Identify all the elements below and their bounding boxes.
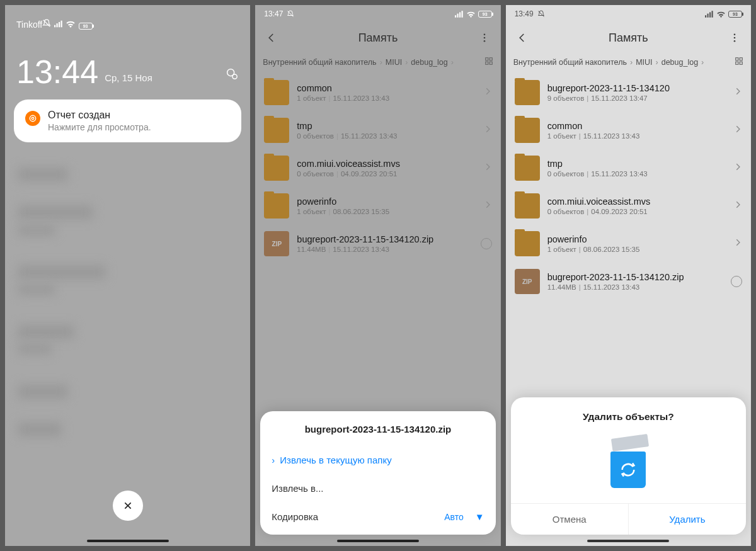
notification-body: Нажмите для просмотра. (48, 122, 151, 132)
file-row[interactable]: bugreport-2023-11-15-1341209 объектов|15… (506, 74, 751, 111)
more-button[interactable] (472, 32, 497, 43)
breadcrumb-item[interactable]: MIUI (636, 58, 652, 67)
view-grid-icon[interactable] (735, 57, 743, 67)
chevron-right-icon (733, 238, 742, 249)
file-row[interactable]: powerinfo1 объект|08.06.2023 15:35 (506, 225, 751, 263)
breadcrumb-item[interactable]: debug_log (411, 58, 447, 67)
back-button[interactable] (259, 32, 284, 43)
file-row[interactable]: com.miui.voiceassist.mvs0 объектов|04.09… (255, 149, 500, 187)
file-meta: 1 объект|15.11.2023 13:43 (547, 132, 726, 140)
carrier-label: Tinkoff (16, 20, 42, 30)
folder-icon (515, 156, 540, 181)
svg-rect-3 (59, 22, 60, 27)
svg-rect-25 (707, 13, 708, 17)
breadcrumb[interactable]: Внутренний общий накопитель › MIUI › deb… (506, 53, 751, 74)
file-row[interactable]: tmp0 объектов|15.11.2023 13:43 (506, 149, 751, 187)
chevron-right-icon: › (451, 58, 454, 67)
folder-icon (515, 231, 540, 256)
svg-rect-19 (485, 58, 488, 60)
chevron-right-icon (733, 162, 742, 174)
file-name: com.miui.voiceassist.mvs (547, 196, 726, 207)
svg-point-28 (734, 33, 736, 35)
chevron-right-icon (483, 125, 492, 136)
file-meta: 9 объектов|15.11.2023 13:47 (547, 94, 726, 102)
file-row[interactable]: common1 объект|15.11.2023 13:43 (255, 74, 500, 111)
file-name: common (547, 121, 726, 131)
svg-point-8 (32, 117, 34, 120)
file-name: bugreport-2023-11-15-134120.zip (547, 272, 723, 282)
chevron-right-icon (733, 87, 742, 98)
file-name: powerinfo (547, 234, 726, 244)
encoding-label: Кодировка (272, 511, 318, 522)
signal-icon (455, 11, 464, 18)
file-meta: 0 объектов|15.11.2023 13:43 (297, 132, 475, 140)
battery-icon: 93 (79, 23, 93, 30)
chevron-right-icon: › (701, 58, 704, 67)
svg-point-16 (483, 33, 485, 35)
file-name: com.miui.voiceassist.mvs (297, 159, 475, 169)
chevron-right-icon: › (272, 455, 275, 465)
breadcrumb-item[interactable]: MIUI (386, 58, 402, 67)
dnd-icon (42, 19, 51, 28)
file-meta: 0 объектов|04.09.2023 20:51 (547, 208, 726, 215)
file-row[interactable]: ZIPbugreport-2023-11-15-134120.zip11.44M… (255, 225, 500, 263)
settings-small-icon[interactable] (225, 67, 239, 83)
cancel-button[interactable]: Отмена (511, 504, 629, 535)
page-title: Память (535, 31, 722, 45)
delete-confirm-button[interactable]: Удалить (629, 504, 746, 535)
svg-rect-22 (490, 62, 492, 64)
dropdown-icon: ▼ (475, 511, 484, 522)
file-meta: 0 объектов|15.11.2023 13:43 (547, 170, 726, 178)
file-meta: 1 объект|08.06.2023 15:35 (297, 208, 475, 215)
notification-card[interactable]: Отчет создан Нажмите для просмотра. (14, 99, 241, 142)
wifi-icon (716, 11, 726, 18)
file-name: bugreport-2023-11-15-134120 (547, 83, 726, 93)
folder-icon (264, 193, 289, 219)
breadcrumb-item[interactable]: Внутренний общий накопитель (513, 58, 627, 67)
svg-rect-26 (709, 12, 711, 17)
view-grid-icon[interactable] (484, 57, 493, 67)
svg-rect-21 (485, 62, 488, 64)
chevron-right-icon (483, 87, 492, 98)
select-radio[interactable] (731, 276, 742, 287)
home-indicator[interactable] (587, 540, 669, 542)
delete-title: Удалить объекты? (511, 411, 746, 423)
file-manager-delete-panel: 13:49 93 Память Внутренний общий накопит… (506, 5, 751, 546)
more-button[interactable] (722, 32, 747, 43)
extract-here-button[interactable]: › Извлечь в текущую папку (260, 446, 495, 474)
back-button[interactable] (510, 32, 535, 43)
svg-rect-14 (459, 12, 461, 17)
chevron-right-icon (483, 200, 492, 212)
home-indicator[interactable] (337, 540, 419, 542)
svg-rect-13 (457, 13, 458, 17)
svg-rect-24 (705, 15, 706, 18)
lockscreen-panel: Tinkoff 93 13:44 Ср, 15 Ноя Отчет создан… (5, 5, 250, 546)
file-row[interactable]: tmp0 объектов|15.11.2023 13:43 (255, 111, 500, 149)
file-row[interactable]: ZIPbugreport-2023-11-15-134120.zip11.44M… (506, 263, 751, 300)
breadcrumb-item[interactable]: debug_log (662, 58, 698, 67)
file-row[interactable]: common1 объект|15.11.2023 13:43 (506, 111, 751, 149)
notification-app-icon (25, 111, 40, 126)
file-manager-extract-panel: 13:47 93 Память Внутренний общий накопит… (255, 5, 500, 546)
file-row[interactable]: com.miui.voiceassist.mvs0 объектов|04.09… (506, 187, 751, 225)
file-row[interactable]: powerinfo1 объект|08.06.2023 15:35 (255, 187, 500, 225)
wifi-icon (466, 11, 476, 18)
svg-point-30 (734, 40, 736, 42)
svg-rect-12 (455, 15, 456, 18)
encoding-row[interactable]: Кодировка Авто ▼ (260, 503, 495, 531)
svg-rect-32 (740, 58, 742, 60)
select-radio[interactable] (481, 238, 492, 249)
folder-icon (515, 193, 540, 219)
extract-bottom-sheet: bugreport-2023-11-15-134120.zip › Извлеч… (260, 411, 495, 535)
file-name: common (297, 83, 475, 93)
dismiss-button[interactable] (113, 491, 143, 521)
sheet-title: bugreport-2023-11-15-134120.zip (260, 424, 495, 446)
file-meta: 1 объект|15.11.2023 13:43 (297, 94, 475, 102)
breadcrumb[interactable]: Внутренний общий накопитель › MIUI › deb… (255, 53, 500, 74)
extract-to-button[interactable]: Извлечь в... (260, 474, 495, 503)
file-manager-header: Память (255, 23, 500, 53)
svg-rect-33 (736, 62, 738, 64)
breadcrumb-item[interactable]: Внутренний общий накопитель (263, 58, 376, 67)
home-indicator[interactable] (87, 540, 169, 542)
battery-icon: 93 (478, 11, 492, 18)
